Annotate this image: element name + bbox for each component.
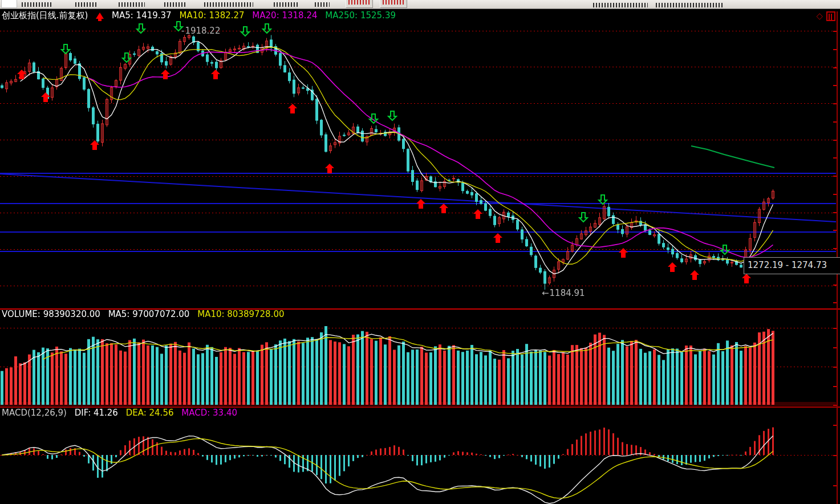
macd-header: MACD(12,26,9) DIF: 41.26 DEA: 24.56 MACD… [2,408,242,418]
macd-params: MACD(12,26,9) [2,408,67,418]
trough-annotation: ←1184.91 [542,288,585,298]
ma10-value: MA10: 1382.27 [179,10,244,21]
menu-item[interactable] [274,2,298,7]
ma20-value: MA20: 1318.24 [252,10,317,21]
main-chart-header: 创业板指(日线.前复权) MA5: 1419.37 MA10: 1382.27 … [2,11,401,21]
menu-item[interactable] [22,2,52,7]
corner-icons: ◇ [816,11,835,21]
volume-ma5-value: MA5: 97007072.00 [108,309,190,319]
trade-button[interactable] [346,0,373,8]
peak-connector: - [181,26,184,36]
ma250-value: MA250: 1525.39 [325,10,396,21]
macd-value: MACD: 33.40 [181,408,237,418]
app-window: { "toolbar": {"note_buttons": 2, "menu_i… [0,0,840,504]
menu-item[interactable] [164,2,186,7]
left-arrow-icon: ← [542,288,549,298]
peak-value: 1918.22 [185,26,220,36]
app-logo-icon[interactable] [1,0,17,8]
mini-chart-icon[interactable] [826,11,835,21]
order-button[interactable] [380,0,407,8]
menu-item[interactable] [204,2,253,7]
menu-item[interactable] [75,2,97,7]
volume-value: VOLUME: 98390320.00 [2,309,100,319]
menu-item[interactable] [315,2,330,7]
up-arrow-icon [96,13,104,19]
gap-range-box: 1272.19 - 1274.73 [744,257,840,274]
symbol-title: 创业板指(日线.前复权) [2,10,88,21]
dif-value: DIF: 41.26 [75,408,118,418]
menu-item[interactable] [119,2,145,7]
volume-header: VOLUME: 98390320.00 MA5: 97007072.00 MA1… [2,310,290,319]
menu-bar [0,0,840,9]
trough-value: 1184.91 [550,288,585,298]
peak-annotation: -1918.22 [181,26,220,36]
ma5-value: MA5: 1419.37 [112,10,172,21]
gap-range-value: 1272.19 - 1274.73 [748,260,827,270]
dea-value: DEA: 24.56 [126,408,174,418]
chart-canvas[interactable] [0,0,840,504]
diamond-icon[interactable]: ◇ [816,12,823,21]
toolbar-right-text [593,3,723,9]
volume-ma10-value: MA10: 80389728.00 [197,309,284,319]
